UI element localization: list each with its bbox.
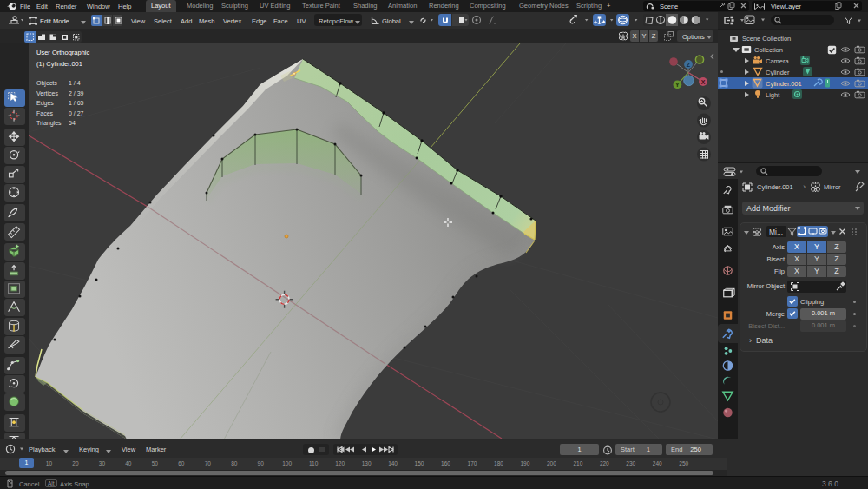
svg-text:Y: Y — [675, 82, 680, 88]
svg-text:X: X — [701, 79, 706, 85]
svg-text:Z: Z — [687, 62, 691, 68]
